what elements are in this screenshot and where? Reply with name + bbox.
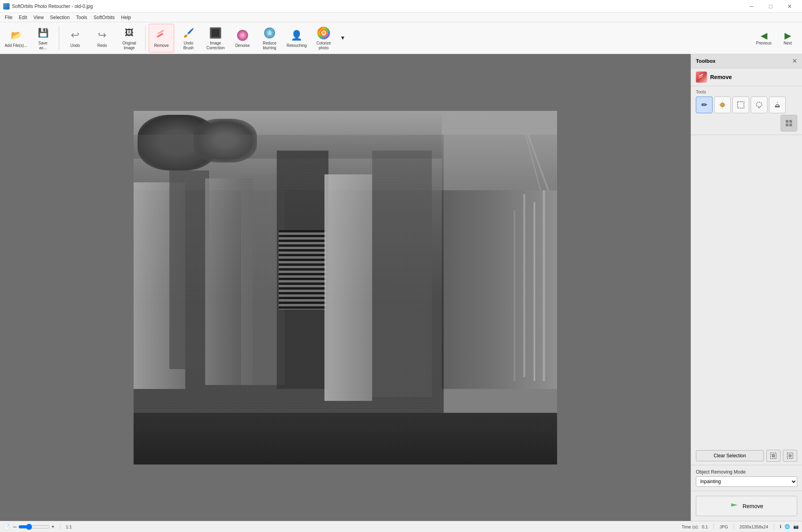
clear-selection-button[interactable]: Clear Selection (696, 450, 764, 461)
selection-shrink-button[interactable] (766, 450, 781, 462)
add-files-button[interactable]: 📂 Add File(s)... (3, 24, 29, 52)
lasso-tool-button[interactable] (751, 97, 767, 113)
canvas-area[interactable] (0, 54, 691, 521)
toolbar: 📂 Add File(s)... 💾 Saveas... ↩ Undo ↪ Re… (0, 22, 802, 54)
retouching-button[interactable]: 👤 Retouching (284, 24, 309, 52)
menu-selection[interactable]: Selection (47, 14, 73, 21)
denoise-button[interactable]: Denoise (230, 24, 255, 52)
zoom-in-button[interactable]: + (52, 524, 54, 530)
image-correction-button[interactable]: ImageCorrection (203, 24, 228, 52)
time-value: 0.1 (702, 524, 708, 529)
minimize-button[interactable]: ─ (742, 0, 761, 13)
svg-rect-26 (789, 120, 792, 123)
mode-label: Object Removing Mode (696, 469, 797, 475)
next-button[interactable]: ▶ Next (777, 24, 799, 52)
status-separator-1 (60, 524, 60, 530)
menu-softorbits[interactable]: SoftOrbits (90, 14, 118, 21)
next-label: Next (784, 41, 792, 45)
mode-select[interactable]: Inpainting Content Aware Clone (696, 476, 797, 487)
colorize-photo-button[interactable]: Colorizephoto (311, 24, 336, 52)
toolbox-title: Toolbox (696, 58, 716, 64)
denoise-icon (235, 28, 250, 43)
add-files-label: Add File(s)... (5, 43, 27, 48)
redo-icon: ↪ (95, 28, 109, 43)
more-options-button[interactable]: ▼ (338, 23, 348, 52)
format-label: JPG (719, 524, 728, 529)
previous-label: Previous (756, 41, 772, 45)
previous-arrow-icon: ◀ (761, 31, 767, 41)
denoise-label: Denoise (235, 43, 250, 48)
svg-rect-3 (212, 29, 219, 37)
zoom-ratio-label: 1:1 (66, 524, 72, 529)
reduce-blurring-button[interactable]: Reduceblurring (257, 24, 282, 52)
photo-container (0, 54, 691, 521)
original-image-label: OriginalImage (122, 41, 136, 50)
menu-help[interactable]: Help (118, 14, 134, 21)
redo-button[interactable]: ↪ Redo (89, 24, 115, 52)
undo-brush-button[interactable]: 🖌️ UndoBrush (176, 24, 201, 52)
zoom-control: ─ + (13, 524, 54, 530)
status-separator-2 (713, 524, 714, 530)
svg-rect-27 (786, 124, 788, 126)
colorize-photo-icon (317, 26, 331, 40)
tools-grid: ✏ (696, 97, 797, 132)
toolbox-remove-header: Remove (691, 68, 802, 86)
special-tool-button[interactable] (781, 115, 797, 132)
menu-file[interactable]: File (2, 14, 16, 21)
pencil-tool-button[interactable]: ✏ (696, 97, 713, 113)
zoom-out-button[interactable]: ─ (13, 524, 17, 530)
maximize-button[interactable]: □ (761, 0, 780, 13)
zoom-slider[interactable] (18, 524, 50, 530)
toolbox-panel: Toolbox ✕ Remove Tools ✏ (691, 54, 802, 521)
menu-bar: File Edit View Selection Tools SoftOrbit… (0, 13, 802, 22)
toolbox-header: Toolbox ✕ (691, 54, 802, 68)
title-bar: SoftOrbits Photo Retoucher - old-0.jpg ─… (0, 0, 802, 13)
remove-arrow-icon (730, 500, 739, 512)
remove-tool-icon (696, 72, 707, 83)
svg-point-6 (241, 34, 244, 37)
add-files-icon: 📂 (9, 28, 23, 43)
colorize-photo-label: Colorizephoto (317, 41, 331, 50)
svg-rect-23 (775, 106, 780, 107)
original-image-icon: 🖼 (122, 26, 136, 40)
menu-view[interactable]: View (30, 14, 47, 21)
close-button[interactable]: ✕ (781, 0, 799, 13)
remove-action-button[interactable]: Remove (696, 496, 797, 516)
rect-select-tool-button[interactable] (732, 97, 749, 113)
svg-point-21 (756, 102, 762, 107)
status-separator-4 (774, 524, 774, 530)
toolbar-separator-2 (145, 26, 146, 50)
remove-label: Remove (154, 43, 169, 48)
remove-icon (154, 28, 169, 43)
toolbox-close-button[interactable]: ✕ (792, 57, 797, 65)
remove-button[interactable]: Remove (149, 24, 174, 52)
magic-wand-tool-button[interactable] (714, 97, 731, 113)
undo-brush-label: UndoBrush (183, 41, 194, 50)
toolbox-mode-section: Object Removing Mode Inpainting Content … (691, 465, 802, 491)
original-image-button[interactable]: 🖼 OriginalImage (117, 24, 142, 52)
previous-button[interactable]: ◀ Previous (753, 24, 775, 52)
status-page-icon: 📄 (3, 524, 10, 530)
undo-brush-icon: 🖌️ (181, 26, 196, 40)
redo-label: Redo (97, 43, 107, 48)
menu-edit[interactable]: Edit (16, 14, 30, 21)
menu-tools[interactable]: Tools (73, 14, 90, 21)
save-as-button[interactable]: 💾 Saveas... (30, 24, 56, 52)
photo-canvas[interactable] (134, 111, 557, 464)
tools-section-label: Tools (696, 89, 797, 94)
undo-button[interactable]: ↩ Undo (62, 24, 88, 52)
stamp-tool-button[interactable] (769, 97, 786, 113)
undo-icon: ↩ (68, 28, 82, 43)
selection-expand-button[interactable]: ⊕ (783, 450, 797, 462)
dimensions-label: 2030x1358x24 (740, 524, 768, 529)
next-arrow-icon: ▶ (785, 31, 791, 41)
reduce-blurring-icon (262, 26, 277, 40)
image-correction-label: ImageCorrection (206, 41, 225, 50)
save-as-icon: 💾 (36, 26, 50, 40)
svg-rect-20 (738, 102, 744, 108)
camera-icon: 📷 (793, 524, 799, 529)
reduce-blurring-label: Reduceblurring (263, 41, 276, 50)
toolbox-remove-btn-section: Remove (691, 491, 802, 521)
remove-action-label: Remove (742, 503, 763, 509)
status-separator-3 (734, 524, 734, 530)
